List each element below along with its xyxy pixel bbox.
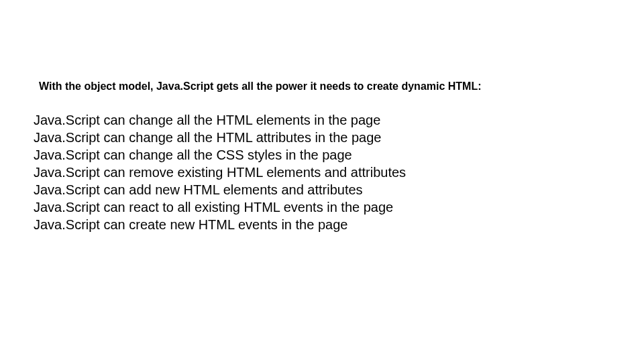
list-item: Java.Script can change all the HTML attr… [34, 129, 610, 146]
list-item: Java.Script can add new HTML elements an… [34, 181, 610, 198]
slide-heading: With the object model, Java.Script gets … [34, 80, 610, 93]
list-item: Java.Script can change all the HTML elem… [34, 111, 610, 129]
list-item: Java.Script can create new HTML events i… [34, 216, 610, 233]
list-item: Java.Script can change all the CSS style… [34, 146, 610, 164]
list-item: Java.Script can remove existing HTML ele… [34, 164, 610, 181]
list-item: Java.Script can react to all existing HT… [34, 198, 610, 216]
capabilities-list: Java.Script can change all the HTML elem… [34, 111, 610, 233]
